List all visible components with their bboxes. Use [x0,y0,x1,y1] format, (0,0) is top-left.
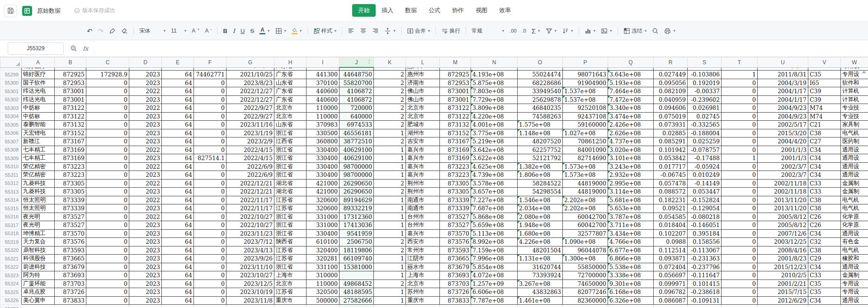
column-header-C[interactable]: C [86,57,129,68]
cell-Q55324[interactable]: 9.301e+08 [608,280,654,288]
cell-L55312[interactable]: 荆州市 [406,179,440,188]
cell-R55316[interactable]: 0.054585 [654,213,688,221]
column-header-N[interactable]: N [471,57,518,68]
cell-W55308[interactable]: 通用设 [841,146,868,154]
cell-A55299[interactable]: 锦好医疗 [22,71,55,79]
cell-D55310[interactable]: 2022 [129,162,162,171]
cell-O55307[interactable]: 48207520 [518,137,563,146]
cell-D55311[interactable]: 2023 [129,171,162,180]
cell-U55305[interactable]: 2002/5/17 [758,121,808,129]
cell-T55309[interactable]: 1 [722,154,758,163]
cell-P55321[interactable]: 1.300e+08 [563,255,608,263]
align-right-button[interactable] [370,25,381,37]
cell-T55303[interactable]: 0 [722,104,758,113]
cell-R55317[interactable]: 0.018404 [654,221,688,230]
insert-image-button[interactable]: ▾ [599,25,614,37]
cell-Q55322[interactable]: 5.538e+08 [608,263,654,271]
cell-H55319[interactable]: 陕西省 [274,238,307,246]
cell-L55313[interactable]: 荆州市 [406,188,440,196]
cell-Q55321[interactable]: 6.866e+08 [608,255,654,263]
cell-A55317[interactable]: 夜光明 [22,221,55,230]
cell-L55310[interactable]: 嘉兴市 [406,162,440,171]
cell-L55326[interactable]: 重庆市 [406,296,440,305]
cell-V55321[interactable]: C29 [808,255,841,263]
cell-J55322[interactable]: 15381000 [340,263,374,271]
cell-R55307[interactable]: 0.085291 [654,137,688,146]
cell-I55312[interactable]: 421000 [307,179,340,188]
cell-S55320[interactable]: -0.113067 [688,246,722,255]
row-number[interactable]: 55322 [0,263,22,271]
cell-C55319[interactable]: 0 [86,238,129,246]
cell-B55319[interactable]: 873576 [55,238,86,246]
cell-W55321[interactable]: 橡胶和 [841,255,868,263]
cell-F55314[interactable]: 0 [194,196,226,204]
cell-K55302[interactable]: 2 [374,95,406,104]
cell-E55318[interactable]: 64 [162,229,194,238]
cell-M55308[interactable]: 873169 [440,146,471,154]
cell-P55327[interactable] [563,305,608,308]
cell-T55312[interactable]: 0 [722,179,758,188]
increase-font-button[interactable]: A+ [189,25,202,37]
cell-I55309[interactable]: 330400 [307,154,340,163]
cell-F55325[interactable]: 0 [194,288,226,297]
cell-I55313[interactable]: 421000 [307,188,340,196]
cell-K55300[interactable]: 2 [374,79,406,87]
cell-M55321[interactable]: 873665 [440,255,471,263]
cell-J55317[interactable]: 17413036 [340,221,374,230]
cell-F55321[interactable]: 0 [194,255,226,263]
cell-G55304[interactable]: 2022/9/27 [226,112,274,121]
cell-J55306[interactable]: 46556181 [340,129,374,137]
scroll-up-icon[interactable] [862,71,866,73]
cell-B55311[interactable]: 873223 [55,171,86,180]
cell-I55302[interactable]: 440600 [307,95,340,104]
cell-M55299[interactable]: 872925 [440,71,471,79]
menu-tab-collab[interactable]: 协作 [446,4,470,17]
cell-T55306[interactable]: 0 [722,129,758,137]
cell-M55303[interactable]: 873122 [440,104,471,113]
cell-T55310[interactable]: 0 [722,162,758,171]
cell-E55308[interactable]: 64 [162,146,194,154]
cell-K55299[interactable]: 2 [374,71,406,79]
cell-U55311[interactable]: 2002/3/7 [758,171,808,180]
cell-V55320[interactable]: C38 [808,246,841,255]
cell-A55314[interactable]: 恒太照明 [22,196,55,204]
cell-C55323[interactable]: 0 [86,271,129,280]
cell-W55322[interactable]: 通用设 [841,263,868,271]
cell-C55313[interactable]: 0 [86,188,129,196]
cell-D55299[interactable]: 2023 [129,71,162,79]
cell-K55326[interactable]: 1 [374,296,406,305]
cell-U55327[interactable] [758,305,808,308]
cell-O55326[interactable]: 1.461e+08 [518,296,563,305]
cell-N55312[interactable]: 3.578e+08 [471,179,518,188]
cell-E55317[interactable]: 64 [162,221,194,230]
cell-E55304[interactable]: 64 [162,112,194,121]
cell-C55307[interactable]: 0 [86,137,129,146]
cell-V55323[interactable]: C33 [808,271,841,280]
cell-D55307[interactable]: 2023 [129,137,162,146]
row-number[interactable]: 55325 [0,288,22,297]
cell-D55313[interactable]: 2023 [129,188,162,196]
cell-E55299[interactable]: 64 [162,71,194,79]
cell-L55305[interactable]: 肥城市 [406,121,440,129]
cell-H55320[interactable]: 江苏省 [274,246,307,255]
cell-U55314[interactable]: 2013/11/20 [758,196,808,204]
cell-L55327[interactable] [406,305,440,308]
cell-B55310[interactable]: 873223 [55,162,86,171]
cell-A55325[interactable]: 卓兆点胶 [22,288,55,297]
row-number[interactable]: 55300 [0,79,22,87]
cell-B55322[interactable]: 873679 [55,263,86,271]
freeze-panes-button[interactable]: 冻结 ▾ [621,25,649,37]
cell-R55321[interactable]: 0.093871 [654,255,688,263]
cell-H55313[interactable]: 湖北省 [274,188,307,196]
cell-W55300[interactable]: 软件和 [841,79,868,87]
cell-W55307[interactable]: 医药制 [841,137,868,146]
cell-S55308[interactable]: -0.078757 [688,146,722,154]
cell-S55322[interactable]: -0.237796 [688,263,722,271]
cell-I55325[interactable]: 320500 [307,288,340,297]
cell-B55312[interactable]: 873305 [55,179,86,188]
cell-J55311[interactable]: 98700000 [340,171,374,180]
cell-S55321[interactable]: -0.231363 [688,255,722,263]
cell-N55327[interactable] [471,305,518,308]
cell-C55301[interactable]: 0 [86,87,129,96]
cell-A55301[interactable]: 纬达光电 [22,87,55,96]
